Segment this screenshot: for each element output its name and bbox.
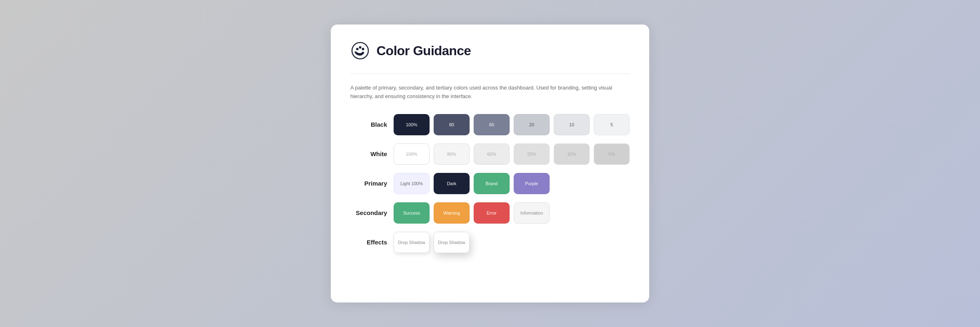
- color-swatch[interactable]: Error: [474, 202, 510, 224]
- section-label: Effects: [350, 239, 387, 246]
- palette-icon: [350, 41, 370, 60]
- color-swatch[interactable]: 100%: [394, 114, 430, 135]
- color-swatch[interactable]: 100%: [394, 143, 430, 165]
- swatch-group: Light 100%DarkBrandPurple: [394, 173, 550, 194]
- color-swatch[interactable]: Brand: [474, 173, 510, 194]
- color-swatch[interactable]: 80: [434, 114, 470, 135]
- color-swatch[interactable]: 5%: [594, 143, 630, 165]
- color-swatch[interactable]: Information: [514, 202, 550, 224]
- color-swatch[interactable]: 10: [554, 114, 590, 135]
- color-row: SecondarySuccessWarningErrorInformation: [350, 202, 630, 224]
- color-swatch[interactable]: Drop Shadow: [394, 232, 430, 253]
- svg-point-0: [352, 43, 368, 59]
- swatch-group: Drop ShadowDrop Shadow: [394, 232, 470, 253]
- svg-point-3: [362, 48, 364, 50]
- color-swatch[interactable]: Dark: [434, 173, 470, 194]
- color-swatch[interactable]: Drop Shadow: [434, 232, 470, 253]
- color-swatch[interactable]: Warning: [434, 202, 470, 224]
- color-guidance-card: Color Guidance A palette of primary, sec…: [331, 25, 649, 302]
- page-header: Color Guidance: [350, 41, 630, 60]
- section-label: Black: [350, 121, 387, 128]
- color-sections: Black100%806020105White100%80%60%20%10%5…: [350, 114, 630, 253]
- page-description: A palette of primary, secondary, and ter…: [350, 84, 630, 101]
- color-swatch[interactable]: Light 100%: [394, 173, 430, 194]
- color-swatch[interactable]: 60%: [474, 143, 510, 165]
- color-swatch[interactable]: Success: [394, 202, 430, 224]
- section-label: White: [350, 150, 387, 157]
- color-swatch[interactable]: 60: [474, 114, 510, 135]
- color-swatch[interactable]: 20: [514, 114, 550, 135]
- page-title: Color Guidance: [376, 43, 471, 58]
- swatch-group: SuccessWarningErrorInformation: [394, 202, 550, 224]
- swatch-group: 100%806020105: [394, 114, 630, 135]
- header-divider: [350, 74, 630, 74]
- color-row: White100%80%60%20%10%5%: [350, 143, 630, 165]
- svg-point-1: [356, 48, 359, 50]
- color-row: PrimaryLight 100%DarkBrandPurple: [350, 173, 630, 194]
- color-row: Black100%806020105: [350, 114, 630, 135]
- color-swatch[interactable]: 80%: [434, 143, 470, 165]
- section-label: Primary: [350, 180, 387, 187]
- svg-point-2: [359, 46, 361, 49]
- color-swatch[interactable]: 20%: [514, 143, 550, 165]
- color-swatch[interactable]: 10%: [554, 143, 590, 165]
- color-swatch[interactable]: 5: [594, 114, 630, 135]
- swatch-group: 100%80%60%20%10%5%: [394, 143, 630, 165]
- color-row: EffectsDrop ShadowDrop Shadow: [350, 232, 630, 253]
- section-label: Secondary: [350, 209, 387, 216]
- color-swatch[interactable]: Purple: [514, 173, 550, 194]
